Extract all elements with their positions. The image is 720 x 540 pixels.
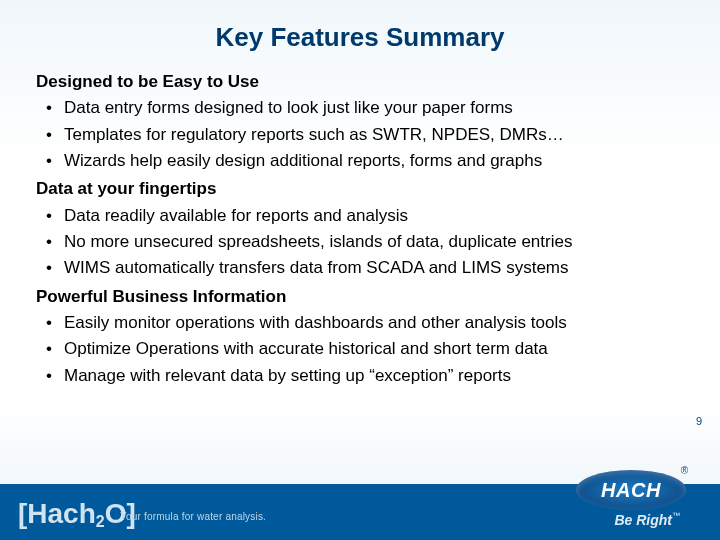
list-item: Wizards help easily design additional re… (36, 148, 684, 174)
brand-left-sub: 2 (96, 513, 105, 531)
list-item: Manage with relevant data by setting up … (36, 363, 684, 389)
logo-wrap: ® HACH Be Right ™ (550, 466, 700, 536)
list-item: Easily monitor operations with dashboard… (36, 310, 684, 336)
footer-tagline: Your formula for water analysis. (120, 511, 266, 522)
bullet-list: Data entry forms designed to look just l… (36, 95, 684, 174)
slide: Key Features Summary Designed to be Easy… (0, 0, 720, 540)
section-heading-1: Data at your fingertips (36, 176, 684, 202)
content-body: Designed to be Easy to Use Data entry fo… (0, 59, 720, 389)
list-item: Templates for regulatory reports such as… (36, 122, 684, 148)
list-item: Data readily available for reports and a… (36, 203, 684, 229)
list-item: Optimize Operations with accurate histor… (36, 336, 684, 362)
trademark: ™ (672, 511, 680, 520)
section-heading-0: Designed to be Easy to Use (36, 69, 684, 95)
page-number: 9 (696, 415, 702, 427)
bullet-list: Easily monitor operations with dashboard… (36, 310, 684, 389)
hach-logo: HACH (576, 470, 686, 510)
list-item: WIMS automatically transfers data from S… (36, 255, 684, 281)
section-heading-2: Powerful Business Information (36, 284, 684, 310)
registered-mark: ® (681, 465, 688, 476)
list-item: No more unsecured spreadsheets, islands … (36, 229, 684, 255)
page-title: Key Features Summary (0, 0, 720, 59)
logo-text: HACH (601, 479, 661, 502)
brand-left-prefix: [Hach (18, 498, 96, 530)
slogan: Be Right (614, 512, 672, 528)
list-item: Data entry forms designed to look just l… (36, 95, 684, 121)
footer: [Hach 2 O] Your formula for water analys… (0, 464, 720, 540)
bullet-list: Data readily available for reports and a… (36, 203, 684, 282)
brand-left-logo: [Hach 2 O] (18, 498, 136, 530)
